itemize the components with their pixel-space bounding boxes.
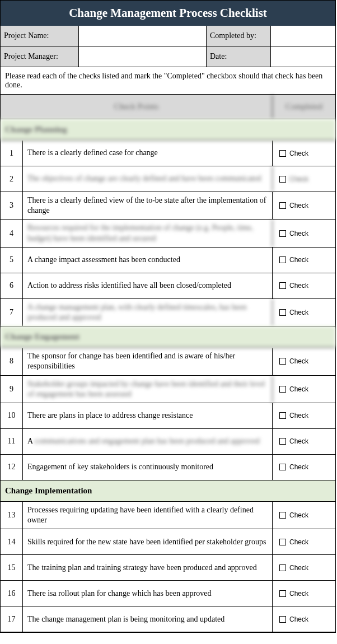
row-text: Processes requiring updating have been i… — [23, 502, 273, 529]
check-cell[interactable]: Check — [273, 376, 335, 403]
checkbox-icon[interactable] — [279, 256, 286, 263]
row-text: The sponsor for change has been identifi… — [23, 348, 273, 375]
info-row-2: Project Manager: Date: — [1, 46, 335, 67]
checkbox-icon[interactable] — [279, 176, 286, 183]
checkbox-icon[interactable] — [279, 539, 286, 545]
row-text: There are plans in place to address chan… — [23, 403, 273, 428]
checklist-row: 6Action to address risks identified have… — [1, 273, 335, 299]
check-cell[interactable]: Check — [273, 555, 335, 580]
row-number: 9 — [1, 376, 23, 403]
row-number: 6 — [1, 273, 23, 298]
checkbox-icon[interactable] — [279, 512, 286, 519]
date-field[interactable] — [271, 46, 335, 67]
checkbox-icon[interactable] — [279, 309, 286, 316]
checkbox-icon[interactable] — [279, 438, 286, 445]
completed-by-field[interactable] — [271, 26, 335, 46]
column-header-checkpoints: Check Points — [1, 95, 273, 119]
row-text: There isa rollout plan for change which … — [23, 581, 273, 606]
checklist-row: 4Resources required for the implementati… — [1, 220, 335, 247]
column-headers: Check Points Completed — [1, 95, 335, 119]
row-number: 12 — [1, 455, 23, 480]
row-text: Skills required for the new state have b… — [23, 529, 273, 554]
checklist-row: 17The change management plan is being mo… — [1, 606, 335, 632]
row-text: A change management plan, with clearly d… — [23, 299, 273, 326]
check-cell[interactable]: Check — [273, 248, 335, 273]
check-cell[interactable]: Check — [273, 141, 335, 166]
checklist-row: 12Engagement of key stakeholders is cont… — [1, 455, 335, 480]
row-number: 16 — [1, 581, 23, 606]
check-cell[interactable]: Check — [273, 299, 335, 326]
checkbox-icon[interactable] — [279, 564, 286, 571]
instructions-text: Please read each of the checks listed an… — [1, 67, 335, 95]
checklist-row: 13Processes requiring updating have been… — [1, 502, 335, 529]
project-name-field[interactable] — [79, 26, 207, 46]
checklist-row: 2The objectives of change are clearly de… — [1, 166, 335, 192]
check-cell[interactable]: Check — [273, 220, 335, 246]
row-text: There is a clearly defined case for chan… — [23, 141, 273, 166]
row-text: Stakeholder groups impacted by change ha… — [23, 376, 273, 403]
checklist-row: 11A communications and engagement plan h… — [1, 429, 335, 455]
checkbox-icon[interactable] — [279, 412, 286, 419]
row-text: Engagement of key stakeholders is contin… — [23, 455, 273, 480]
checkbox-icon[interactable] — [279, 230, 286, 237]
check-cell[interactable]: Check — [273, 192, 335, 219]
check-label: Check — [289, 385, 308, 393]
section-header: Change Implementation — [1, 480, 335, 502]
check-cell[interactable]: Check — [273, 455, 335, 480]
check-label: Check — [289, 564, 308, 572]
row-number: 10 — [1, 403, 23, 428]
checkbox-icon[interactable] — [279, 150, 286, 157]
column-header-completed: Completed — [273, 95, 335, 119]
checklist-row: 15The training plan and training strateg… — [1, 555, 335, 581]
check-label: Check — [289, 150, 308, 157]
checklist-row: 14Skills required for the new state have… — [1, 529, 335, 555]
check-label: Check — [289, 309, 308, 316]
check-label: Check — [289, 437, 308, 445]
checkbox-icon[interactable] — [279, 386, 286, 393]
check-label: Check — [289, 357, 308, 365]
row-text: Resources required for the implementatio… — [23, 220, 273, 246]
checkbox-icon[interactable] — [279, 464, 286, 470]
check-label: Check — [289, 202, 308, 209]
project-name-label: Project Name: — [1, 26, 79, 46]
check-label: Check — [289, 511, 308, 519]
check-cell[interactable]: Check — [273, 529, 335, 554]
check-label: Check — [289, 538, 308, 546]
check-cell[interactable]: Check — [273, 348, 335, 375]
checkbox-icon[interactable] — [279, 590, 286, 597]
check-label: Check — [289, 175, 308, 183]
row-number: 3 — [1, 192, 23, 219]
checkbox-icon[interactable] — [279, 282, 286, 289]
checklist-row: 10There are plans in place to address ch… — [1, 403, 335, 429]
check-cell[interactable]: Check — [273, 502, 335, 529]
row-number: 5 — [1, 248, 23, 273]
check-cell[interactable]: Check — [273, 606, 335, 632]
check-cell[interactable]: Check — [273, 273, 335, 298]
completed-by-label: Completed by: — [207, 26, 271, 46]
row-number: 14 — [1, 529, 23, 554]
row-number: 15 — [1, 555, 23, 580]
checkbox-icon[interactable] — [279, 202, 286, 209]
checklist-document: Change Management Process Checklist Proj… — [0, 0, 336, 633]
project-manager-label: Project Manager: — [1, 46, 79, 67]
checkbox-icon[interactable] — [279, 358, 286, 365]
check-label: Check — [289, 412, 308, 419]
row-text: The change management plan is being moni… — [23, 606, 273, 632]
info-row-1: Project Name: Completed by: — [1, 26, 335, 46]
row-text: There is a clearly defined view of the t… — [23, 192, 273, 219]
checklist-row: 5A change impact assessment has been con… — [1, 248, 335, 273]
row-text: Action to address risks identified have … — [23, 273, 273, 298]
row-text: The training plan and training strategy … — [23, 555, 273, 580]
row-text: A change impact assessment has been cond… — [23, 248, 273, 273]
page-title: Change Management Process Checklist — [1, 1, 335, 26]
check-cell[interactable]: Check — [273, 581, 335, 606]
date-label: Date: — [207, 46, 271, 67]
project-manager-field[interactable] — [79, 46, 207, 67]
check-cell[interactable]: Check — [273, 403, 335, 428]
check-cell[interactable]: Check — [273, 166, 335, 192]
row-number: 8 — [1, 348, 23, 375]
section-header: Change Engagement — [1, 326, 335, 348]
check-cell[interactable]: Check — [273, 429, 335, 454]
checkbox-icon[interactable] — [279, 616, 286, 623]
row-text: A communications and engagement plan has… — [23, 429, 273, 454]
